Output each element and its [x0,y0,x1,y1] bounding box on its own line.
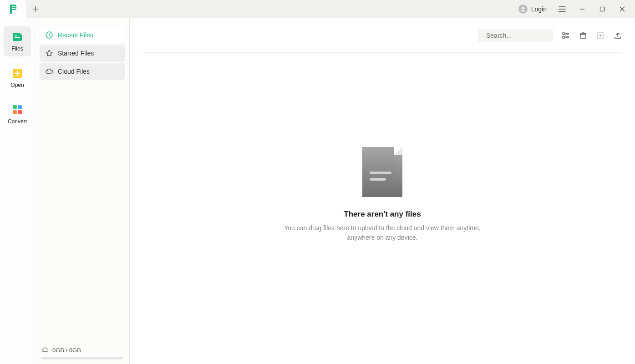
svg-rect-3 [600,7,605,11]
svg-rect-15 [563,36,564,38]
svg-rect-10 [13,110,17,114]
svg-rect-11 [18,110,22,114]
app-logo-tab[interactable] [0,0,26,18]
empty-file-illustration [362,147,402,197]
main-area: Files Open Convert Recent Files [0,18,635,364]
minimize-button[interactable] [573,2,591,16]
menu-button[interactable] [553,2,571,16]
list-view-icon [562,31,570,40]
side-starred-files[interactable]: Starred Files [40,45,125,62]
left-nav-files[interactable]: Files [4,26,31,56]
app-logo-icon [7,3,19,15]
side-cloud-files[interactable]: Cloud Files [40,63,125,80]
files-icon [11,31,23,43]
side-panel: Recent Files Starred Files Cloud Files 0… [35,18,130,364]
close-icon [620,6,625,12]
cloud-storage-icon [41,346,49,354]
svg-point-2 [522,7,524,10]
empty-state: There aren't any files You can drag file… [130,53,635,364]
left-nav-convert[interactable]: Convert [4,99,31,129]
storage-indicator[interactable]: 0GB / 0GB [41,346,123,354]
cloud-icon [45,67,53,76]
left-nav-open[interactable]: Open [4,63,31,93]
titlebar-right: Login [514,2,635,16]
content-toolbar [142,27,622,53]
app-store-button[interactable] [579,31,588,40]
new-doc-icon [596,31,605,40]
login-label: Login [531,5,547,13]
close-button[interactable] [613,2,631,16]
svg-rect-8 [13,105,17,109]
left-nav-convert-label: Convert [8,118,27,125]
view-list-button[interactable] [561,31,570,40]
upload-icon [614,31,622,40]
upload-button[interactable] [613,31,622,40]
side-starred-label: Starred Files [58,50,94,57]
search-input[interactable] [486,32,566,39]
side-recent-label: Recent Files [58,31,93,39]
svg-rect-9 [18,105,22,109]
svg-rect-14 [563,33,564,35]
left-nav: Files Open Convert [0,18,35,364]
left-nav-open-label: Open [10,82,24,88]
svg-rect-6 [15,37,20,38]
convert-icon [11,104,23,116]
store-icon [579,31,587,40]
svg-rect-1 [12,8,15,9]
open-icon [11,67,23,79]
avatar-icon [518,5,528,14]
empty-title: There aren't any files [344,210,421,219]
new-tab-button[interactable] [26,0,45,18]
maximize-icon [599,6,605,12]
titlebar-left [0,0,45,18]
storage-progress-bar [41,357,123,359]
svg-rect-5 [15,35,17,36]
content-area: There aren't any files You can drag file… [130,18,635,364]
empty-subtitle: You can drag files here to upload to the… [282,223,483,243]
plus-icon [32,6,39,12]
svg-rect-0 [12,6,15,7]
login-button[interactable]: Login [514,3,551,15]
minimize-icon [579,6,585,12]
maximize-button[interactable] [593,2,611,16]
search-box[interactable] [478,29,553,42]
side-recent-files[interactable]: Recent Files [40,26,125,44]
side-panel-footer: 0GB / 0GB [35,346,129,359]
clock-icon [45,31,53,39]
star-icon [45,49,53,57]
new-document-button[interactable] [596,31,605,40]
titlebar: Login [0,0,635,18]
left-nav-files-label: Files [11,46,23,52]
storage-text: 0GB / 0GB [52,347,81,354]
hamburger-icon [559,6,566,12]
side-cloud-label: Cloud Files [58,68,90,75]
